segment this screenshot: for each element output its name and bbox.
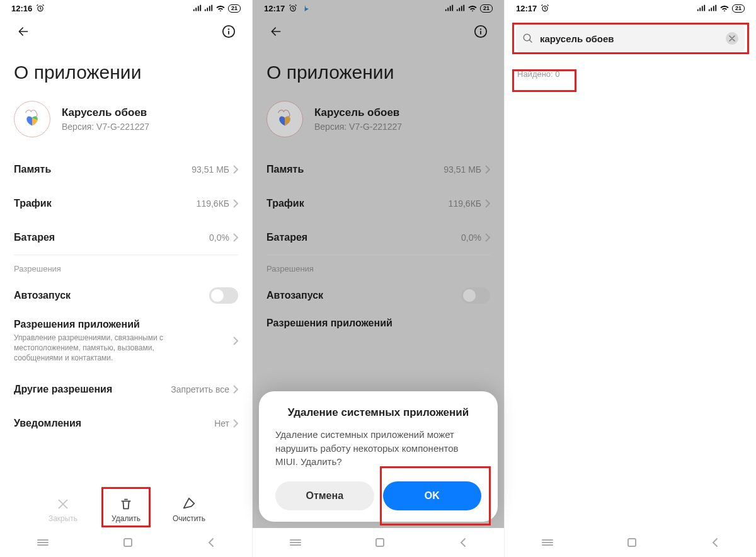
signal-icon	[204, 4, 213, 12]
row-traffic[interactable]: Трафик 119,6КБ	[0, 187, 252, 221]
app-bar	[0, 16, 252, 47]
svg-rect-3	[228, 31, 229, 35]
screen-app-info: 12:16 21 О приложении	[0, 0, 252, 557]
screen-search: 12:17 21 карусель обоев Найдено: 0	[504, 0, 756, 557]
info-button[interactable]	[219, 22, 238, 41]
svg-rect-12	[628, 539, 636, 546]
button-label: OK	[425, 490, 440, 502]
status-bar: 12:17 21	[505, 0, 756, 16]
battery-indicator: 21	[732, 4, 745, 13]
chevron-right-icon	[233, 419, 238, 428]
row-autostart[interactable]: Автозапуск	[0, 276, 252, 315]
broom-icon	[181, 497, 197, 512]
status-time: 12:16	[11, 4, 32, 13]
battery-indicator: 21	[228, 4, 241, 13]
signal-icon	[708, 4, 717, 12]
row-other-permissions[interactable]: Другие разрешения Запретить все	[0, 372, 252, 406]
delete-action[interactable]: Удалить	[104, 497, 148, 523]
action-label: Удалить	[112, 514, 140, 523]
nav-recents-icon[interactable]	[37, 538, 49, 547]
search-icon	[522, 33, 534, 44]
action-label: Очистить	[173, 514, 205, 523]
chevron-right-icon	[233, 165, 238, 174]
section-permissions: Разрешения	[0, 255, 252, 276]
chevron-right-icon	[233, 385, 238, 394]
dialog-body: Удаление системных приложений может нару…	[275, 428, 481, 469]
back-button[interactable]	[14, 22, 33, 41]
svg-rect-9	[376, 539, 384, 546]
status-bar: 12:16 21	[0, 0, 252, 16]
app-header: Карусель обоев Версия: V7-G-221227	[0, 101, 252, 152]
clear-search-button[interactable]	[726, 32, 738, 45]
nav-home-icon[interactable]	[123, 537, 133, 548]
nav-recents-icon[interactable]	[289, 538, 302, 547]
row-description: Управление разрешениями, связанными с ме…	[14, 333, 203, 364]
row-label: Разрешения приложений	[14, 319, 203, 330]
bottom-action-bar: Закрыть Удалить Очистить	[0, 490, 252, 528]
row-label: Трафик	[14, 198, 52, 209]
nav-home-icon[interactable]	[627, 537, 637, 548]
close-icon	[55, 497, 71, 512]
row-label: Батарея	[14, 232, 55, 243]
dialog-title: Удаление системных приложений	[275, 406, 481, 419]
chevron-right-icon	[233, 199, 238, 208]
alarm-icon	[36, 4, 45, 13]
status-time: 12:17	[516, 4, 537, 13]
nav-home-icon[interactable]	[375, 537, 385, 548]
svg-point-2	[228, 28, 229, 30]
row-memory[interactable]: Память 93,51 МБ	[0, 152, 252, 187]
page-title: О приложении	[0, 47, 252, 101]
wifi-icon	[719, 4, 730, 12]
nav-back-icon[interactable]	[207, 537, 215, 548]
signal-icon	[697, 4, 706, 12]
row-label: Уведомления	[14, 418, 81, 429]
search-result-count: Найдено: 0	[505, 52, 573, 79]
clear-action[interactable]: Очистить	[167, 497, 211, 523]
cancel-button[interactable]: Отмена	[275, 481, 374, 510]
nav-recents-icon[interactable]	[541, 538, 554, 547]
row-value: Запретить все	[171, 384, 229, 394]
nav-bar	[253, 528, 504, 557]
autostart-toggle[interactable]	[209, 287, 238, 304]
chevron-right-icon	[233, 336, 238, 345]
trash-icon	[118, 497, 134, 512]
search-text: карусель обоев	[540, 33, 719, 44]
nav-back-icon[interactable]	[459, 537, 467, 548]
nav-bar	[0, 528, 252, 557]
confirm-dialog: Удаление системных приложений Удаление с…	[259, 391, 498, 522]
row-label: Память	[14, 164, 51, 175]
wifi-icon	[215, 4, 226, 12]
row-value: 119,6КБ	[197, 198, 229, 209]
screen-delete-dialog: 12:17 21 О приложении	[252, 0, 504, 557]
row-value: Нет	[214, 418, 229, 428]
chevron-right-icon	[233, 233, 238, 242]
nav-back-icon[interactable]	[711, 537, 719, 548]
ok-button[interactable]: OK	[383, 481, 482, 510]
app-icon	[14, 101, 50, 137]
row-value: 93,51 МБ	[192, 164, 229, 175]
alarm-icon	[541, 4, 549, 13]
search-input[interactable]: карусель обоев	[516, 25, 745, 52]
app-version: Версия: V7-G-221227	[62, 122, 149, 132]
row-app-permissions[interactable]: Разрешения приложений Управление разреше…	[0, 315, 252, 372]
row-notifications[interactable]: Уведомления Нет	[0, 406, 252, 433]
app-name: Карусель обоев	[62, 106, 149, 119]
button-label: Отмена	[306, 490, 343, 502]
row-label: Другие разрешения	[14, 384, 112, 395]
row-value: 0,0%	[209, 233, 229, 243]
nav-bar	[505, 528, 756, 557]
svg-rect-4	[124, 539, 132, 546]
close-action[interactable]: Закрыть	[41, 497, 85, 523]
signal-icon	[193, 4, 202, 12]
row-battery[interactable]: Батарея 0,0%	[0, 221, 252, 255]
row-label: Автозапуск	[14, 290, 71, 301]
action-label: Закрыть	[49, 514, 77, 523]
